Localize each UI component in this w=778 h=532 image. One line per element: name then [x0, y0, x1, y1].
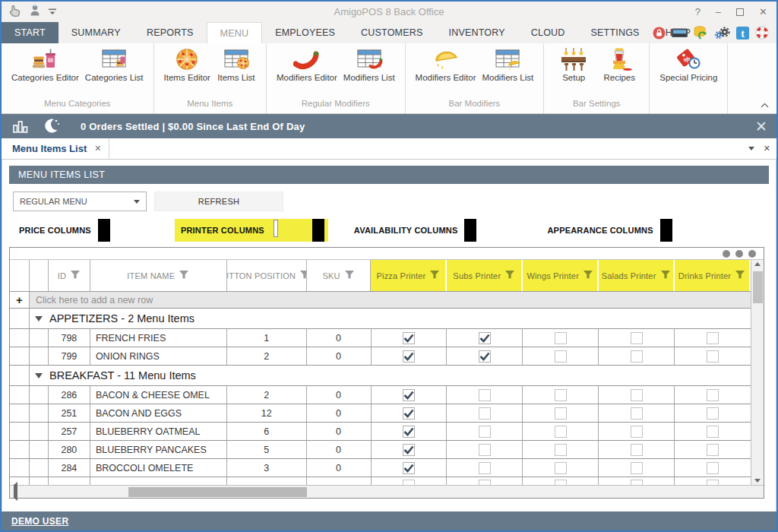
collapse-ribbon-icon[interactable]	[761, 97, 769, 111]
unchecked-checkbox[interactable]	[555, 462, 567, 474]
unchecked-checkbox[interactable]	[631, 389, 643, 401]
printer-cell[interactable]	[447, 441, 523, 458]
filter-funnel-icon[interactable]	[661, 271, 671, 281]
tab-customers[interactable]: CUSTOMERS	[348, 22, 435, 43]
column-header-salads-printer[interactable]: Salads Printer	[599, 260, 675, 291]
items-list-button[interactable]: Items List	[214, 47, 258, 83]
vertical-scroll-thumb[interactable]	[753, 271, 763, 303]
tab-menu[interactable]: MENU	[207, 22, 263, 43]
tab-settings[interactable]: SETTINGS	[578, 22, 653, 43]
printer-cell[interactable]	[372, 477, 448, 485]
table-row[interactable]: 257BLUEBERRY OATMEAL60	[10, 423, 751, 441]
printer-cell[interactable]	[599, 386, 675, 404]
column-header-pizza-printer[interactable]: Pizza Printer	[371, 260, 447, 291]
add-new-row[interactable]: +Click here to add a new row	[10, 292, 751, 309]
vertical-scrollbar[interactable]	[751, 260, 764, 485]
filter-funnel-icon[interactable]	[179, 271, 189, 281]
printer-cell[interactable]	[675, 441, 751, 458]
gears-icon[interactable]	[714, 26, 730, 40]
status-close-icon[interactable]: ✕	[755, 119, 767, 134]
horizontal-scrollbar[interactable]	[10, 485, 764, 498]
cell[interactable]: BLUEBERRY PANCAKES	[90, 441, 227, 458]
printer-columns-toggle[interactable]	[274, 222, 322, 239]
tab-list-dropdown-icon[interactable]	[748, 147, 754, 150]
cell[interactable]: 284	[49, 459, 90, 477]
maximize-icon[interactable]	[736, 8, 744, 16]
menu-select-dropdown[interactable]: REGULAR MENU	[13, 192, 147, 211]
cell[interactable]: 0	[307, 459, 372, 477]
printer-cell[interactable]	[523, 441, 599, 458]
modifiers-list-button[interactable]: Modifiers List	[341, 47, 397, 83]
unchecked-checkbox[interactable]	[555, 407, 567, 420]
unchecked-checkbox[interactable]	[631, 444, 643, 456]
unchecked-checkbox[interactable]	[707, 426, 719, 438]
items-editor-button[interactable]: Items Editor	[162, 47, 213, 83]
printer-cell[interactable]	[447, 404, 523, 422]
printer-cell[interactable]	[599, 347, 675, 365]
quick-access-icon[interactable]	[48, 5, 57, 19]
cell[interactable]: 251	[49, 404, 90, 422]
unchecked-checkbox[interactable]	[403, 480, 415, 485]
printer-cell[interactable]	[372, 423, 448, 440]
printer-cell[interactable]	[372, 347, 448, 365]
printer-cell[interactable]	[372, 441, 448, 458]
modifiers-list-button[interactable]: Modifiers List	[479, 47, 536, 83]
filter-funnel-icon[interactable]	[345, 271, 355, 281]
cell[interactable]: BACON AND EGGS	[90, 404, 227, 422]
tab-start[interactable]: START	[2, 22, 59, 43]
unchecked-checkbox[interactable]	[707, 480, 719, 485]
categories-editor-button[interactable]: Categories Editor	[9, 47, 81, 83]
unchecked-checkbox[interactable]	[479, 462, 491, 474]
tab-summary[interactable]: SUMMARY	[59, 22, 134, 43]
cell[interactable]: 257	[49, 423, 90, 440]
printer-cell[interactable]	[599, 404, 675, 422]
checked-checkbox[interactable]	[403, 350, 415, 363]
collapse-group-icon[interactable]	[35, 373, 43, 378]
checked-checkbox[interactable]	[403, 407, 415, 420]
checked-checkbox[interactable]	[403, 332, 415, 344]
login-user-icon[interactable]	[30, 4, 40, 20]
column-header-drinks-printer[interactable]: Drinks Printer	[675, 260, 751, 291]
column-header-utton-position[interactable]: UTTON POSITION	[227, 260, 307, 291]
cell[interactable]: BACON & CHEESE OMEL	[90, 386, 227, 404]
checked-checkbox[interactable]	[479, 332, 491, 344]
cell[interactable]: 799	[49, 347, 90, 365]
unchecked-checkbox[interactable]	[631, 407, 643, 420]
cell[interactable]	[90, 477, 227, 485]
table-row[interactable]: 799ONION RINGS20	[10, 347, 751, 366]
printer-cell[interactable]	[675, 404, 751, 422]
collapse-group-icon[interactable]	[35, 316, 43, 321]
cell[interactable]: 1	[227, 329, 307, 347]
unchecked-checkbox[interactable]	[479, 426, 491, 438]
unchecked-checkbox[interactable]	[555, 350, 567, 363]
filter-funnel-icon[interactable]	[735, 271, 745, 281]
printer-cell[interactable]	[599, 459, 675, 477]
cell[interactable]: 6	[227, 423, 307, 440]
help-icon[interactable]: ?	[695, 7, 701, 17]
unchecked-checkbox[interactable]	[631, 426, 643, 438]
unchecked-checkbox[interactable]	[555, 444, 567, 456]
special-pricing-button[interactable]: %Special Pricing	[657, 47, 719, 83]
scroll-up-icon[interactable]	[751, 262, 764, 266]
table-row[interactable]: 251BACON AND EGGS120	[10, 404, 751, 423]
support-icon[interactable]	[755, 26, 769, 40]
printer-cell[interactable]	[447, 386, 523, 404]
unchecked-checkbox[interactable]	[479, 480, 491, 485]
cell[interactable]: 2	[227, 347, 307, 365]
table-row[interactable]: 286BACON & CHEESE OMEL20	[10, 386, 751, 404]
add-row-plus-cell[interactable]: +	[10, 292, 30, 308]
printer-cell[interactable]	[447, 347, 523, 365]
refresh-button[interactable]: REFRESH	[154, 192, 283, 211]
filter-funnel-icon[interactable]	[71, 271, 81, 281]
unchecked-checkbox[interactable]	[631, 332, 643, 344]
checked-checkbox[interactable]	[403, 426, 415, 438]
unchecked-checkbox[interactable]	[707, 389, 719, 401]
cell[interactable]: 3	[227, 459, 307, 477]
unchecked-checkbox[interactable]	[479, 444, 491, 456]
cell[interactable]: 0	[307, 329, 372, 347]
printer-cell[interactable]	[447, 459, 523, 477]
cell[interactable]: 280	[49, 441, 90, 458]
group-header[interactable]: APPETIZERS - 2 Menu Items	[30, 309, 751, 328]
filter-funnel-icon[interactable]	[584, 271, 593, 281]
group-row[interactable]: BREAKFAST - 11 Menu Items	[10, 366, 751, 386]
